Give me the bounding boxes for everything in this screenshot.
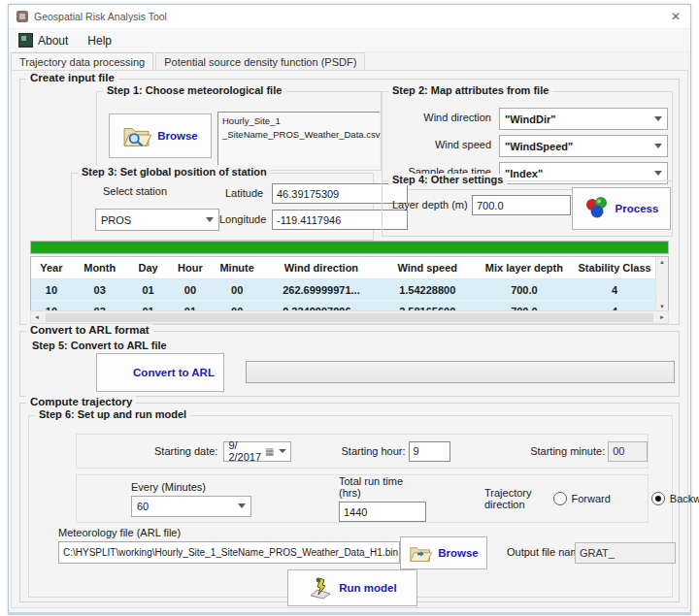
total-run-time-input[interactable]: 1440 [339, 502, 426, 522]
table-cell: 01 [128, 284, 169, 296]
close-button[interactable]: ✕ [661, 5, 690, 28]
table-cell: 262.69999971... [262, 284, 381, 296]
group-convert-arl: Convert to ARL format Step 5: Convert to… [19, 331, 680, 397]
start-datetime-panel: Starting date: 9/ 2/2017 ▦ Starting hour… [76, 434, 649, 469]
browse-met-file-label: Browse [157, 130, 198, 142]
table-cell: 1.54228800 [381, 284, 474, 296]
run-options-panel: Every (Minutes) 60 Total run time (hrs) … [76, 474, 649, 523]
convert-arl-label: Convert to ARL [133, 367, 215, 378]
scrollbar-thumb[interactable] [46, 313, 653, 322]
wind-speed-label: Wind speed [383, 139, 491, 150]
radio-backward[interactable]: Backward [651, 492, 699, 505]
calendar-icon: ▦ [265, 446, 274, 457]
select-station-label: Select station [103, 185, 167, 197]
process-icon [584, 196, 610, 221]
radio-forward-circle [553, 492, 567, 505]
browse-arl-button[interactable]: Browse [400, 536, 487, 569]
run-model-icon [308, 576, 333, 600]
process-label: Process [616, 203, 659, 214]
group-compute-trajectory: Compute trajectory Step 6: Set up and ru… [19, 403, 680, 602]
table-header-cell: Minute [212, 262, 261, 274]
step2-title: Step 2: Map attributes from file [388, 84, 552, 96]
table-cell: 00 [168, 284, 212, 296]
met-table-body: 1003010000262.69999971...1.54228800700.0… [31, 279, 668, 312]
chevron-down-icon [654, 144, 662, 148]
met-data-table: YearMonthDayHourMinuteWind directionWind… [30, 256, 669, 312]
starting-date-picker[interactable]: 9/ 2/2017 ▦ [223, 441, 290, 462]
chevron-down-icon [654, 116, 662, 121]
menu-bar: About Help [9, 29, 690, 52]
output-prefix-input[interactable]: GRAT_ [575, 542, 676, 564]
tab-psdf[interactable]: Potential source density function (PSDF) [155, 52, 365, 71]
starting-minute-label: Starting minute: [530, 445, 605, 457]
table-horizontal-scrollbar[interactable]: ◄ ► [30, 310, 669, 324]
convert-arl-icon [106, 362, 127, 383]
run-model-button[interactable]: Run model [287, 569, 417, 606]
step4-title: Step 4: Other settings [388, 174, 507, 185]
app-icon [17, 11, 28, 22]
browse-met-file-button[interactable]: Browse [109, 113, 212, 158]
compute-title: Compute trajectory [26, 396, 136, 407]
table-header-cell: Hour [168, 262, 212, 274]
every-minutes-select[interactable]: 60 [131, 496, 251, 517]
folder-search-icon [122, 124, 151, 147]
wind-direction-select[interactable]: "WindDir" [499, 108, 668, 130]
tab-strip: Trajectory data processing Potential sou… [11, 51, 688, 71]
title-bar: Geospatial Risk Analysis Tool ✕ [9, 5, 690, 29]
about-icon [18, 33, 33, 48]
menu-about[interactable]: About [9, 29, 78, 51]
group-step6: Step 6: Set up and run model Starting da… [28, 415, 673, 598]
forward-label: Forward [572, 493, 611, 504]
scroll-down-icon[interactable]: ▼ [659, 304, 665, 309]
table-header-cell: Mix layer depth [474, 262, 574, 274]
table-cell: 03 [72, 284, 128, 296]
longitude-label: Longitude [219, 213, 266, 225]
total-run-time-label: Total run time (hrs) [339, 475, 426, 499]
starting-minute-input[interactable]: 00 [608, 441, 648, 462]
step1-title: Step 1: Choose meteorological file [103, 84, 285, 96]
process-button[interactable]: Process [572, 187, 671, 230]
folder-arrow-icon [409, 544, 432, 563]
menu-help[interactable]: Help [78, 29, 121, 51]
scroll-right-icon[interactable]: ► [659, 314, 665, 320]
met-arl-file-input[interactable]: C:\HYSPLIT\working\Hourly_Site_1_SiteNam… [58, 541, 400, 564]
table-row[interactable]: 1003010000262.69999971...1.54228800700.0… [31, 279, 668, 301]
met-table-header: YearMonthDayHourMinuteWind directionWind… [31, 257, 668, 279]
scroll-left-icon[interactable]: ◄ [34, 314, 40, 320]
table-cell: 00 [212, 284, 261, 296]
chevron-down-icon [654, 171, 662, 176]
table-header-cell: Month [72, 262, 128, 274]
radio-forward[interactable]: Forward [553, 492, 611, 505]
starting-hour-input[interactable]: 9 [409, 441, 451, 462]
table-cell: 4 [574, 284, 655, 296]
tab-trajectory-data-processing[interactable]: Trajectory data processing [11, 52, 153, 72]
chevron-down-icon [206, 217, 214, 222]
chevron-down-icon [279, 449, 286, 453]
starting-hour-label: Starting hour: [342, 445, 406, 457]
trajectory-direction-label: Trajectory direction [484, 487, 532, 510]
convert-to-arl-button[interactable]: Convert to ARL [96, 353, 224, 392]
table-vertical-scrollbar[interactable]: ▲ ▼ [655, 257, 668, 311]
group-create-input-title: Create input file [26, 72, 118, 83]
table-header-cell: Day [128, 262, 169, 274]
met-arl-file-label: Meteorology file (ARL file) [58, 527, 181, 538]
starting-date-label: Starting date: [154, 445, 217, 457]
group-step3: Step 3: Set global position of station S… [71, 173, 374, 241]
backward-label: Backward [670, 493, 699, 504]
chevron-down-icon [238, 503, 246, 508]
wind-speed-select[interactable]: "WindSpeed" [499, 135, 668, 157]
scroll-up-icon[interactable]: ▲ [659, 259, 665, 265]
table-header-cell: Stability Class [574, 262, 655, 274]
radio-backward-circle [651, 492, 665, 505]
table-header-cell: Wind speed [381, 262, 474, 274]
step5-title: Step 5: Convert to ARL file [32, 340, 167, 351]
layer-depth-input[interactable]: 700.0 [472, 195, 571, 215]
met-file-name: Hourly_Site_1 _SiteName_PROS_Weather_Dat… [217, 112, 380, 165]
app-window: Geospatial Risk Analysis Tool ✕ About He… [8, 4, 691, 615]
window-title: Geospatial Risk Analysis Tool [34, 11, 167, 22]
layer-depth-label: Layer depth (m) [392, 199, 468, 211]
run-model-label: Run model [339, 582, 396, 594]
convert-title: Convert to ARL format [26, 324, 153, 336]
every-minutes-label: Every (Minutes) [131, 481, 251, 493]
station-select[interactable]: PROS [95, 209, 219, 231]
